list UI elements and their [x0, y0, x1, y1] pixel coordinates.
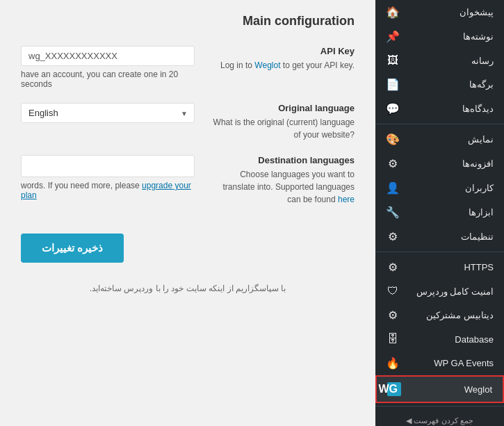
weglot-link[interactable]: Weglot — [254, 60, 280, 70]
settings-icon: ⚙ — [386, 230, 400, 243]
posts-icon: 📌 — [386, 30, 400, 43]
original-language-row: English French Spanish German Arabic ▼ O… — [21, 103, 355, 141]
https-icon: ⚙ — [386, 261, 400, 274]
sidebar-item-settings[interactable]: تنظیمات ⚙ — [375, 224, 504, 249]
original-language-desc: What is the original (current) language … — [209, 116, 355, 141]
sidebar-divider-2 — [375, 252, 504, 252]
database-icon: 🗄 — [386, 333, 400, 345]
api-key-right: API Key Log in to Weglot to get your API… — [209, 46, 355, 72]
original-language-right: Original language What is the original (… — [209, 103, 355, 141]
weglot-icon: WG — [387, 382, 401, 396]
sidebar-item-label: تنظیمات — [405, 231, 494, 242]
sidebar-item-plugins[interactable]: افزونه‌ها ⚙ — [375, 151, 504, 176]
destination-languages-left: words. If you need more, please upgrade … — [21, 155, 195, 200]
destination-languages-input[interactable] — [21, 155, 195, 177]
sidebar-item-label: دیدگاه‌ها — [405, 104, 494, 114]
tools-icon: 🔧 — [386, 206, 400, 219]
original-language-label: Original language — [209, 103, 355, 113]
original-language-select[interactable]: English French Spanish German Arabic — [21, 103, 195, 123]
footer-text: با سپاسگزاریم از اینکه سایت خود را با ور… — [21, 284, 355, 293]
pages-icon: 📄 — [386, 78, 400, 91]
sidebar-item-users[interactable]: کاربران 👤 — [375, 176, 504, 200]
sidebar: پیشخوان 🏠 نوشته‌ها 📌 رسانه 🖼 برگه‌ها 📄 د… — [375, 0, 504, 426]
sidebar-item-label: HTTPS — [405, 262, 494, 272]
save-button[interactable]: ذخیره تغییرات — [21, 234, 124, 263]
ga-events-icon: 🔥 — [386, 357, 400, 370]
sidebar-item-media[interactable]: رسانه 🖼 — [375, 49, 504, 72]
sidebar-item-label: Database — [405, 334, 494, 345]
sidebar-divider-1 — [375, 124, 504, 124]
api-key-label: API Key — [209, 46, 355, 56]
sidebar-item-tools[interactable]: ابزارها 🔧 — [375, 200, 504, 224]
security-icon: 🛡 — [386, 285, 400, 297]
sidebar-item-database-subscribers[interactable]: دیتابیس مشترکین ⚙ — [375, 303, 504, 327]
sidebar-item-label: افزونه‌ها — [405, 158, 494, 169]
config-section: have an account, you can create one in 2… — [21, 46, 355, 263]
destination-languages-label: Destination languages — [209, 155, 355, 165]
sidebar-item-dashboard[interactable]: پیشخوان 🏠 — [375, 0, 504, 24]
subscribers-icon: ⚙ — [386, 309, 400, 322]
sidebar-item-posts[interactable]: نوشته‌ها 📌 — [375, 24, 504, 49]
here-link[interactable]: here — [338, 195, 355, 204]
sidebar-item-wp-ga-events[interactable]: WP GA Events 🔥 — [375, 351, 504, 375]
sidebar-item-label: دیتابیس مشترکین — [405, 310, 494, 320]
sidebar-item-security[interactable]: امنیت کامل وردپرس 🛡 — [375, 279, 504, 303]
plugins-icon: ⚙ — [386, 157, 400, 170]
api-key-row: have an account, you can create one in 2… — [21, 46, 355, 89]
destination-languages-row: words. If you need more, please upgrade … — [21, 155, 355, 206]
destination-languages-desc: Choose languages you want to translate i… — [209, 168, 355, 206]
destination-languages-right: Destination languages Choose languages y… — [209, 155, 355, 206]
page-title: Main configuration — [21, 14, 355, 28]
sidebar-item-pages[interactable]: برگه‌ها 📄 — [375, 72, 504, 97]
sidebar-item-label: نوشته‌ها — [405, 31, 494, 42]
sidebar-item-comments[interactable]: دیدگاه‌ها 💬 — [375, 97, 504, 121]
api-key-desc: Log in to Weglot to get your API key. — [209, 59, 355, 72]
main-content: Main configuration have an account, you … — [0, 0, 375, 426]
language-select-wrapper: English French Spanish German Arabic ▼ — [21, 103, 195, 123]
dashboard-icon: 🏠 — [386, 6, 400, 19]
sidebar-divider-3 — [375, 406, 504, 407]
users-icon: 👤 — [386, 181, 400, 195]
sidebar-item-label: کاربران — [405, 183, 494, 193]
save-row: ذخیره تغییرات — [21, 227, 355, 263]
sidebar-item-weglot[interactable]: Weglot WG — [375, 375, 504, 403]
appearance-icon: 🎨 — [386, 133, 400, 146]
api-key-helper: have an account, you can create one in 2… — [21, 69, 195, 89]
sidebar-item-database[interactable]: Database 🗄 — [375, 327, 504, 351]
sidebar-item-label: WP GA Events — [405, 358, 494, 368]
sidebar-item-https[interactable]: HTTPS ⚙ — [375, 255, 504, 279]
destination-helper: words. If you need more, please upgrade … — [21, 181, 195, 200]
api-key-left: have an account, you can create one in 2… — [21, 46, 195, 89]
comments-icon: 💬 — [386, 102, 400, 115]
sidebar-item-appearance[interactable]: نمایش 🎨 — [375, 127, 504, 151]
sidebar-item-label: ابزارها — [405, 207, 494, 218]
media-icon: 🖼 — [386, 54, 400, 67]
original-language-left: English French Spanish German Arabic ▼ — [21, 103, 195, 123]
sidebar-item-label: نمایش — [405, 134, 494, 145]
sidebar-item-label: پیشخوان — [405, 7, 494, 17]
sidebar-item-label: امنیت کامل وردپرس — [405, 286, 494, 297]
sidebar-item-label: Weglot — [408, 384, 492, 395]
api-key-input[interactable] — [21, 46, 195, 66]
sidebar-collapse-button[interactable]: جمع کردن فهرست ◀ — [375, 409, 504, 426]
sidebar-item-label: رسانه — [405, 56, 494, 66]
sidebar-item-label: برگه‌ها — [405, 79, 494, 90]
